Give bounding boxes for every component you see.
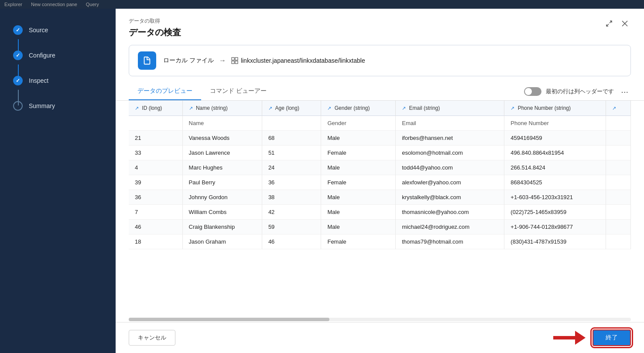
- cell-name-7: Jason Graham: [182, 234, 262, 249]
- cell-name: Name: [182, 116, 262, 131]
- dialog-footer: キャンセル 終了: [116, 322, 644, 353]
- cell-phone-2: 266.514.8424: [504, 160, 606, 175]
- col-header-phone: ↗ Phone Number (string): [504, 101, 606, 116]
- cell-name-0: Vanessa Woods: [182, 131, 262, 146]
- cell-gender-2: Male: [321, 160, 396, 175]
- cancel-button[interactable]: キャンセル: [129, 330, 175, 346]
- cell-extra-7: [606, 234, 631, 249]
- dialog-header: データの取得 データの検査: [116, 9, 644, 45]
- table-row: 21 Vanessa Woods 68 Male iforbes@hansen.…: [129, 131, 631, 146]
- cell-id-4: 36: [129, 190, 182, 205]
- svg-rect-3: [235, 61, 238, 64]
- dialog-subtitle: データの取得: [129, 17, 181, 25]
- table-container: ↗ ID (long) ↗ Name (string) ↗ Age (long): [129, 101, 631, 317]
- cell-age-2: 24: [262, 160, 321, 175]
- col-label-email: Email (string): [409, 105, 440, 111]
- cell-id-3: 39: [129, 175, 182, 190]
- col-header-id: ↗ ID (long): [129, 101, 182, 116]
- arrow-shaft: [553, 336, 575, 339]
- col-header-email: ↗ Email (string): [396, 101, 504, 116]
- cell-id-6: 46: [129, 220, 182, 234]
- col-label-age: Age (long): [275, 105, 299, 111]
- col-header-extra: ↗: [606, 101, 631, 116]
- cell-age-3: 36: [262, 175, 321, 190]
- cell-id-0: 21: [129, 131, 182, 146]
- step-summary-circle: [13, 101, 23, 111]
- cell-gender-0: Male: [321, 131, 396, 146]
- table-body: Name Gender Email Phone Number 21 Vaness…: [129, 116, 631, 249]
- cell-email-7: thomas79@hotmail.com: [396, 234, 504, 249]
- table-row: 18 Jason Graham 46 Female thomas79@hotma…: [129, 234, 631, 249]
- col-label-name: Name (string): [196, 105, 228, 111]
- col-header-age: ↗ Age (long): [262, 101, 321, 116]
- cell-phone-6: +1-906-744-0128x98677: [504, 220, 606, 234]
- step-source-circle: ✓: [13, 25, 23, 35]
- cell-extra-1: [606, 146, 631, 160]
- cell-phone-1: 496.840.8864x81954: [504, 146, 606, 160]
- cell-age-0: 68: [262, 131, 321, 146]
- source-arrow: →: [219, 57, 226, 64]
- tab-command[interactable]: コマンド ビューアー: [201, 83, 275, 100]
- cell-name-6: Craig Blankenship: [182, 220, 262, 234]
- table-row: 33 Jason Lawrence 51 Female esolomon@hot…: [129, 146, 631, 160]
- cell-name-4: Johnny Gordon: [182, 190, 262, 205]
- cell-gender-7: Female: [321, 234, 396, 249]
- col-sort-icon-id: ↗: [135, 105, 139, 111]
- expand-button[interactable]: [603, 17, 615, 30]
- step-summary[interactable]: Summary: [0, 93, 116, 119]
- step-inspect[interactable]: ✓ Inspect: [0, 68, 116, 93]
- table-header-row: ↗ ID (long) ↗ Name (string) ↗ Age (long): [129, 101, 631, 116]
- app-background: Explorer New connection pane Query ✓ Sou…: [0, 0, 644, 353]
- col-sort-icon-phone: ↗: [510, 105, 514, 111]
- top-bar: Explorer New connection pane Query: [0, 0, 644, 9]
- cell-id-2: 4: [129, 160, 182, 175]
- cell-phone-3: 8684304525: [504, 175, 606, 190]
- data-table: ↗ ID (long) ↗ Name (string) ↗ Age (long): [129, 101, 631, 249]
- step-source-label: Source: [29, 27, 48, 34]
- cell-extra-4: [606, 190, 631, 205]
- tab-preview[interactable]: データのプレビュー: [129, 83, 201, 100]
- table-row: 36 Johnny Gordon 38 Male krystalkelly@bl…: [129, 190, 631, 205]
- cell-email-4: krystalkelly@black.com: [396, 190, 504, 205]
- dialog-title-section: データの取得 データの検査: [129, 17, 181, 38]
- cell-name-2: Marc Hughes: [182, 160, 262, 175]
- cell-age-5: 42: [262, 205, 321, 220]
- col-sort-icon-extra: ↗: [612, 105, 616, 111]
- cell-extra-6: [606, 220, 631, 234]
- toggle-knob: [525, 88, 532, 95]
- topbar-new-connection[interactable]: New connection pane: [31, 2, 77, 7]
- cell-id-5: 7: [129, 205, 182, 220]
- more-options-button[interactable]: ···: [618, 86, 631, 98]
- step-inspect-circle: ✓: [13, 76, 23, 85]
- horizontal-scrollbar[interactable]: [129, 318, 631, 321]
- source-label: ローカル ファイル: [163, 57, 214, 64]
- step-source[interactable]: ✓ Source: [0, 17, 116, 43]
- finish-button[interactable]: 終了: [593, 329, 631, 346]
- cell-phone: Phone Number: [504, 116, 606, 131]
- table-row: 39 Paul Berry 36 Female alexfowler@yahoo…: [129, 175, 631, 190]
- close-button[interactable]: [619, 17, 631, 30]
- cell-gender-1: Female: [321, 146, 396, 160]
- step-summary-label: Summary: [29, 102, 55, 109]
- table-wrapper[interactable]: ↗ ID (long) ↗ Name (string) ↗ Age (long): [129, 101, 631, 249]
- table-row: Name Gender Email Phone Number: [129, 116, 631, 131]
- cell-email-3: alexfowler@yahoo.com: [396, 175, 504, 190]
- svg-rect-2: [232, 61, 234, 64]
- cell-gender-3: Female: [321, 175, 396, 190]
- cell-extra-5: [606, 205, 631, 220]
- cell-name-3: Paul Berry: [182, 175, 262, 190]
- topbar-explorer[interactable]: Explorer: [4, 2, 22, 7]
- topbar-query[interactable]: Query: [86, 2, 99, 7]
- cell-email-6: michael24@rodriguez.com: [396, 220, 504, 234]
- cell-age-1: 51: [262, 146, 321, 160]
- cell-email-1: esolomon@hotmail.com: [396, 146, 504, 160]
- cell-email: Email: [396, 116, 504, 131]
- source-info-box: ローカル ファイル → linkxcluster.japaneast/linkx…: [129, 45, 631, 76]
- col-sort-icon-age: ↗: [268, 105, 272, 111]
- steps-sidebar: ✓ Source ✓ Configure ✓ Inspect Summary: [0, 9, 116, 353]
- first-row-toggle[interactable]: [524, 87, 541, 96]
- step-configure[interactable]: ✓ Configure: [0, 43, 116, 68]
- cell-id: [129, 116, 182, 131]
- col-label-phone: Phone Number (string): [518, 105, 571, 111]
- col-sort-icon-email: ↗: [402, 105, 406, 111]
